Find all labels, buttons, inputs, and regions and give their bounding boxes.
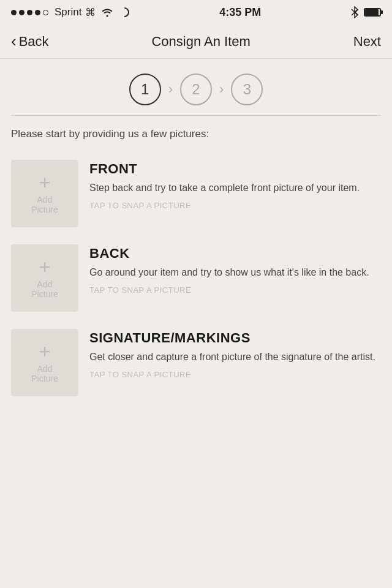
front-tap-label: TAP TO SNAP A PICTURE — [89, 201, 381, 210]
back-tap-label: TAP TO SNAP A PICTURE — [89, 285, 381, 295]
back-info: BACK Go around your item and try to show… — [89, 244, 381, 295]
add-label-back: AddPicture — [31, 279, 58, 299]
back-button[interactable]: ‹ Back — [11, 34, 49, 50]
picture-item-signature: + AddPicture SIGNATURE/MARKINGS Get clos… — [0, 320, 392, 405]
front-title: FRONT — [89, 161, 381, 177]
back-title: BACK — [89, 246, 381, 262]
add-picture-front[interactable]: + AddPicture — [11, 160, 78, 227]
signal-dots — [11, 10, 48, 15]
battery-fill — [365, 9, 379, 15]
instruction-text: Please start by providing us a few pictu… — [0, 126, 392, 151]
add-picture-back[interactable]: + AddPicture — [11, 244, 78, 312]
status-time: 4:35 PM — [219, 6, 261, 19]
battery-icon — [364, 8, 381, 17]
add-label-signature: AddPicture — [31, 364, 58, 383]
svg-point-0 — [120, 8, 129, 17]
wifi-icon-svg — [100, 7, 114, 17]
signature-desc: Get closer and capture a front picture o… — [89, 350, 381, 364]
add-label-front: AddPicture — [31, 195, 58, 214]
step-arrow-1: › — [168, 81, 173, 97]
front-info: FRONT Step back and try to take a comple… — [89, 160, 381, 210]
dot-4 — [35, 10, 40, 15]
plus-icon-front: + — [39, 173, 51, 192]
wifi-icon: ⌘︎ — [85, 6, 96, 19]
next-button[interactable]: Next — [353, 34, 381, 50]
carrier-label: Sprint — [55, 6, 81, 18]
signature-tap-label: TAP TO SNAP A PICTURE — [89, 370, 381, 379]
dot-3 — [27, 10, 32, 15]
status-left: Sprint ⌘︎ — [11, 6, 130, 19]
plus-icon-signature: + — [39, 342, 51, 361]
step-indicator: 1 › 2 › 3 — [0, 59, 392, 115]
signature-info: SIGNATURE/MARKINGS Get closer and captur… — [89, 329, 381, 379]
dot-1 — [11, 10, 17, 15]
plus-icon-back: + — [39, 257, 51, 277]
picture-items-list: + AddPicture FRONT Step back and try to … — [0, 151, 392, 405]
back-desc: Go around your item and try to show us w… — [89, 265, 381, 279]
step-divider — [11, 115, 381, 116]
step-1: 1 — [129, 74, 161, 105]
add-picture-signature[interactable]: + AddPicture — [11, 329, 78, 396]
signature-title: SIGNATURE/MARKINGS — [89, 330, 381, 346]
dot-5 — [43, 10, 48, 15]
status-bar: Sprint ⌘︎ 4:35 PM — [0, 0, 392, 24]
bluetooth-icon — [350, 6, 359, 18]
step-2: 2 — [180, 74, 212, 105]
back-label: Back — [19, 34, 49, 50]
status-right — [350, 6, 381, 18]
loading-icon — [119, 7, 130, 18]
step-arrow-2: › — [219, 81, 224, 97]
dot-2 — [19, 10, 24, 15]
step-3: 3 — [231, 74, 263, 105]
back-chevron-icon: ‹ — [11, 33, 17, 49]
picture-item-back: + AddPicture BACK Go around your item an… — [0, 236, 392, 320]
picture-item-front: + AddPicture FRONT Step back and try to … — [0, 151, 392, 236]
nav-bar: ‹ Back Consign An Item Next — [0, 24, 392, 59]
page-title: Consign An Item — [151, 34, 250, 50]
front-desc: Step back and try to take a complete fro… — [89, 181, 381, 195]
